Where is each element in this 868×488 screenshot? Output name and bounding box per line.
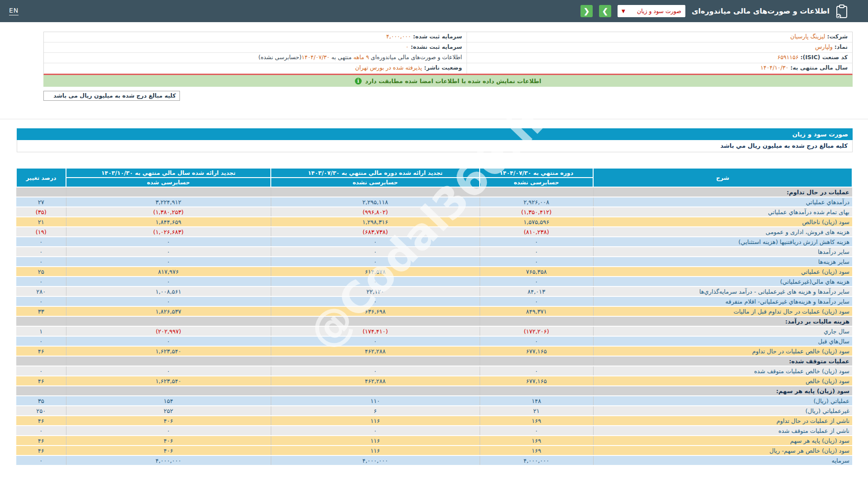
row-label: عملیاتي (ریال) xyxy=(593,396,852,406)
company-field: اطلاعات و صورت‌های مالی میاندوره‌ای ۹ ما… xyxy=(44,53,467,63)
row-value: ۲۸۰ xyxy=(16,286,66,296)
row-value: ۲۵۲ xyxy=(66,406,271,416)
table-row: سود (زیان) خالص هر سهم- ریال۱۶۹۱۱۶۴۰۶۴۶ xyxy=(16,446,852,455)
nav-prev-button[interactable]: ❮ xyxy=(580,5,593,17)
row-value: (۶۸۳,۷۳۸) xyxy=(271,227,480,237)
row-value: ۰ xyxy=(271,277,480,286)
row-value: ۰ xyxy=(480,296,593,306)
row-value: ۱۶۹ xyxy=(480,416,593,426)
row-value: ۶۳۶,۶۹۸ xyxy=(271,306,480,316)
row-value: ۱۶۹ xyxy=(480,446,593,455)
table-row: سال جاري(۱۷۲,۲۰۶)(۱۷۴,۴۱۰)(۲۰۲,۹۹۷)۱ xyxy=(16,326,852,336)
company-field: سرمایه ثبت شده: ۴,۰۰۰,۰۰۰ xyxy=(44,32,467,42)
field-label: سرمایه ثبت نشده: xyxy=(409,43,462,50)
table-row: هزینه کاهش ارزش دریافتنیها (هزینه استثنا… xyxy=(16,237,852,247)
report-type-select[interactable]: صورت سود و زیان ▼ xyxy=(618,5,685,17)
row-label: سایر هزینه‌ها xyxy=(593,257,852,267)
row-label: هزینه کاهش ارزش دریافتنیها (هزینه استثنا… xyxy=(593,237,852,247)
row-value: ۰ xyxy=(66,257,271,267)
table-row: هزینه هاي مالي(غیرعملیاتي)۰۰۰۰ xyxy=(16,277,852,286)
row-value: (۱۷۲,۲۰۶) xyxy=(480,326,593,336)
row-value: ۱,۶۲۳,۵۴۰ xyxy=(66,346,271,356)
row-value: ۰ xyxy=(480,426,593,436)
company-field: وضعیت ناشر: پذیرفته شده در بورس تهران xyxy=(44,63,467,74)
row-value: ۰ xyxy=(16,247,66,257)
table-row: سرمایه۴,۰۰۰,۰۰۰۴,۰۰۰,۰۰۰۴,۰۰۰,۰۰۰۰ xyxy=(16,455,852,465)
field-label: سرمایه ثبت شده: xyxy=(411,33,462,40)
row-label: بهای تمام شده درآمدهاي عملياتي xyxy=(593,207,852,217)
row-value: ۱۱۶ xyxy=(271,416,480,426)
row-value: ۰ xyxy=(480,247,593,257)
header-sharh: شرح xyxy=(593,168,852,187)
row-value: ۸۴۹,۳۷۱ xyxy=(480,306,593,316)
field-label: کد صنعت (ISIC): xyxy=(800,54,848,61)
section-header-row: سود (زیان) پایه هر سهم: xyxy=(16,386,852,396)
nav-next-button[interactable]: ❯ xyxy=(599,5,611,17)
table-row: هزینه های فروش، اداری و عمومی(۸۱۰,۲۳۸)(۶… xyxy=(16,227,852,237)
field-label: وضعیت ناشر: xyxy=(422,64,462,71)
row-value: (۲۰۲,۹۹۷) xyxy=(66,326,271,336)
row-value: ۱,۰۰۸,۵۶۱ xyxy=(66,286,271,296)
row-value: (۱۹) xyxy=(16,227,66,237)
row-value: ۰ xyxy=(480,277,593,286)
row-value: ۱,۸۲۶,۵۳۷ xyxy=(66,306,271,316)
row-value: ۴۶ xyxy=(16,436,66,446)
table-row: سود (زیان) عملیات در حال تداوم قبل از ما… xyxy=(16,306,852,316)
company-field: کد صنعت (ISIC): ۶۵۹۱۱۵۶ xyxy=(467,53,852,63)
field-value: ۶۵۹۱۱۵۶ xyxy=(777,54,798,61)
table-row: سود (زیان) عملیاتي۷۶۵,۳۵۸۶۱۴,۵۷۸۸۱۷,۹۷۶۲… xyxy=(16,267,852,277)
table-row: غیرعملیاتي (ریال)۲۱۶۲۵۲۲۵۰ xyxy=(16,406,852,416)
row-label: هزینه های فروش، اداری و عمومی xyxy=(593,227,852,237)
row-value: ۶ xyxy=(271,406,480,416)
row-value: ۱,۵۷۵,۵۹۶ xyxy=(480,217,593,227)
table-row: سایر درآمدها۰۰۰۰ xyxy=(16,247,852,257)
row-value: ۰ xyxy=(271,366,480,376)
row-value: ۱,۶۲۳,۵۴۰ xyxy=(66,376,271,386)
row-value: ۲۷ xyxy=(16,197,66,207)
table-row: سود (زیان) خالص۶۷۷,۱۶۵۴۶۲,۲۸۸۱,۶۲۳,۵۴۰۴۶ xyxy=(16,376,852,386)
row-value: ۴۶ xyxy=(16,376,66,386)
row-value: (۱,۳۸۰,۲۵۳) xyxy=(66,207,271,217)
company-info-row: سال مالی منتهی به: ۱۴۰۴/۱۰/۳۰وضعیت ناشر:… xyxy=(44,63,852,74)
field-value: ۹ ماهه xyxy=(354,54,369,61)
row-label: سود (زیان) خالص هر سهم- ریال xyxy=(593,446,852,455)
row-value: ۰ xyxy=(16,336,66,346)
table-row: عملیاتي (ریال)۱۴۸۱۱۰۱۵۴۳۵ xyxy=(16,396,852,406)
field-value: لیزینگ پارسیان xyxy=(790,33,825,40)
topbar: اطلاعات و صورت‌های مالی میاندوره‌ای صورت… xyxy=(0,0,868,22)
section-header-row: عملیات در حال تداوم: xyxy=(16,187,852,197)
signature-match-banner: اطلاعات نمایش داده شده با اطلاعات امضا ش… xyxy=(43,75,853,87)
table-row: سایر هزینه‌ها۰۰۰۰ xyxy=(16,257,852,267)
row-value: ۰ xyxy=(66,336,271,346)
row-label: سایر درآمدها و هزینه های غیرعملیاتی - در… xyxy=(593,286,852,296)
row-value: ۱۱۶ xyxy=(271,446,480,455)
row-value: (۱۷۴,۴۱۰) xyxy=(271,326,480,336)
chevron-right-icon: ❯ xyxy=(602,7,608,15)
row-value: ۲۱ xyxy=(16,217,66,227)
row-value: ۴,۰۰۰,۰۰۰ xyxy=(66,455,271,465)
row-value: ۰ xyxy=(271,426,480,436)
section-header-row: هزینه مالیات بر درآمد: xyxy=(16,316,852,326)
row-value: ۴۶ xyxy=(16,416,66,426)
row-value: ۴۶۲,۲۸۸ xyxy=(271,346,480,356)
row-value: ۲,۹۲۶,۰۰۸ xyxy=(480,197,593,207)
field-value: ۱۴۰۴/۱۰/۳۰ xyxy=(760,64,788,71)
row-value: ۰ xyxy=(16,237,66,247)
row-value: ۰ xyxy=(66,247,271,257)
row-value: ۰ xyxy=(16,455,66,465)
row-value: ۲۵۰ xyxy=(16,406,66,416)
language-switch-en[interactable]: EN xyxy=(9,7,19,15)
table-row: سایر درآمدها و هزینه های غیرعملیاتی - در… xyxy=(16,286,852,296)
clipboard-icon xyxy=(836,5,848,18)
row-value: ۰ xyxy=(66,426,271,436)
row-label: سود (زیان) خالص xyxy=(593,376,852,386)
row-label: سود (زیان) پایه هر سهم xyxy=(593,436,852,446)
field-label: سال مالی منتهی به: xyxy=(790,64,848,71)
row-value: ۰ xyxy=(271,336,480,346)
row-value: ۶۷۷,۱۶۵ xyxy=(480,376,593,386)
row-value: ۴۰۶ xyxy=(66,416,271,426)
row-value: ۶۷۷,۱۶۵ xyxy=(480,346,593,356)
row-value: ۰ xyxy=(66,237,271,247)
row-value: ۰ xyxy=(480,366,593,376)
row-value: (۱,۳۵۰,۴۱۲) xyxy=(480,207,593,217)
